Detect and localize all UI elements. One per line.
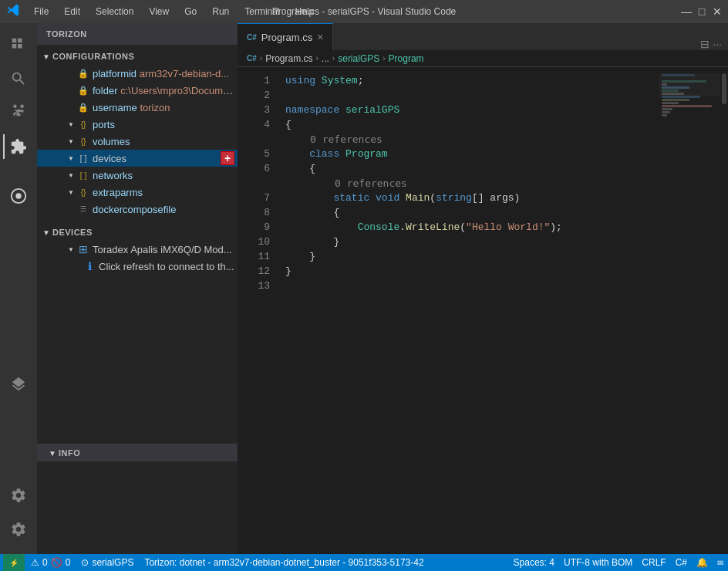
code-line-5: 0 references class Program [285, 132, 649, 161]
torizon-header: TORIZON [37, 23, 238, 45]
activity-torizon[interactable] [3, 181, 34, 211]
more-actions-button[interactable]: ··· [713, 38, 722, 50]
status-notifications[interactable]: 🔔 [692, 554, 713, 571]
tab-cs-icon: C# [247, 33, 257, 42]
main-layout: TORIZON ▼ CONFIGURATIONS 🔒 platformid ar… [0, 23, 728, 554]
volumes-icon: {} [77, 135, 89, 147]
menu-edit[interactable]: Edit [58, 5, 86, 19]
tree-item-ports[interactable]: ▼ {} ports [37, 116, 238, 133]
networks-icon: [ ] [77, 169, 89, 181]
devices-section-header[interactable]: ▼ DEVICES [37, 224, 238, 241]
status-git[interactable]: ⊙ serialGPS [76, 554, 138, 571]
status-torizon[interactable]: Torizon: dotnet - arm32v7-debian-dotnet_… [140, 554, 428, 571]
tree-item-dockercomposefile[interactable]: ☰ dockercomposefile [37, 201, 238, 218]
tree-item-folder[interactable]: 🔒 folder c:\Users\mpro3\Docume... [37, 82, 238, 99]
platformid-chevron [65, 67, 77, 79]
spaces-text: Spaces: 4 [514, 557, 554, 568]
configurations-section: ▼ CONFIGURATIONS 🔒 platformid arm32v7-de… [37, 45, 238, 218]
status-bar: ⚡ ⚠ 0 🚫 0 ⊙ serialGPS Torizon: dotnet - … [0, 554, 728, 571]
breadcrumb-namespace[interactable]: serialGPS [338, 53, 379, 64]
ports-chevron: ▼ [65, 118, 77, 130]
dockercomposefile-icon: ☰ [77, 203, 89, 215]
git-icon: ⊙ [81, 557, 89, 568]
status-eol[interactable]: CRLF [637, 554, 670, 571]
scrollbar-track[interactable] [720, 67, 728, 554]
info-section: ▼ INFO [37, 444, 238, 554]
breadcrumb-filename[interactable]: Program.cs [265, 53, 312, 64]
status-spaces[interactable]: Spaces: 4 [509, 554, 559, 571]
breadcrumb-dots: ... [322, 53, 329, 64]
info-content [37, 461, 238, 554]
status-encoding[interactable]: UTF-8 with BOM [559, 554, 637, 571]
device-refresh-item[interactable]: ℹ Click refresh to connect to th... [37, 258, 238, 275]
ports-label: ports [93, 119, 234, 130]
devices-section-chevron: ▼ [40, 226, 52, 238]
status-errors[interactable]: ⚠ 0 🚫 0 [26, 554, 75, 571]
networks-chevron: ▼ [65, 169, 77, 181]
tab-program-cs[interactable]: C# Program.cs × [238, 23, 333, 50]
device-item-toradex[interactable]: ▼ ⊞ Toradex Apalis iMX6Q/D Mod... [37, 241, 238, 258]
info-header[interactable]: ▼ INFO [37, 444, 238, 461]
encoding-text: UTF-8 with BOM [564, 557, 632, 568]
bell-icon: 🔔 [696, 557, 708, 568]
activity-source-control[interactable] [3, 97, 34, 128]
activity-search[interactable] [3, 63, 34, 94]
activity-extensions[interactable] [3, 131, 34, 162]
activity-debug[interactable] [3, 480, 34, 511]
configurations-chevron: ▼ [40, 50, 52, 63]
activity-explorer[interactable] [3, 29, 34, 60]
settings-icon[interactable] [3, 514, 34, 545]
code-line-9: Console.WriteLine("Hello World!"); [285, 220, 649, 235]
empty-space [37, 275, 238, 444]
breadcrumb-class[interactable]: Program [389, 53, 424, 64]
dockercomposefile-chevron [65, 203, 77, 215]
git-branch: serialGPS [92, 557, 133, 568]
activity-layers[interactable] [3, 369, 34, 400]
torizon-status-text: Torizon: dotnet - arm32v7-debian-dotnet_… [144, 557, 423, 568]
status-feedback[interactable]: ✉ [713, 554, 728, 571]
status-remote[interactable]: ⚡ [3, 554, 25, 571]
device-refresh-icon: ℹ [83, 260, 96, 272]
devices-label: devices [93, 153, 217, 164]
code-line-8: { [285, 205, 649, 220]
code-line-2 [285, 88, 649, 103]
activity-bar-bottom [3, 369, 34, 554]
menu-run[interactable]: Run [206, 5, 235, 19]
info-chevron: ▼ [46, 447, 59, 459]
code-line-7: 0 references static void Main(string[] a… [285, 176, 649, 205]
maximize-button[interactable]: □ [697, 7, 706, 16]
tree-item-username[interactable]: 🔒 username torizon [37, 99, 238, 116]
menu-selection[interactable]: Selection [89, 5, 140, 19]
error-count: 0 [42, 557, 48, 568]
tree-item-platformid[interactable]: 🔒 platformid arm32v7-debian-d... [37, 65, 238, 82]
feedback-icon: ✉ [717, 559, 723, 567]
code-line-1: using System; [285, 73, 649, 88]
tree-item-volumes[interactable]: ▼ {} volumes [37, 133, 238, 150]
devices-icon: [ ] [77, 152, 89, 164]
menu-go[interactable]: Go [178, 5, 203, 19]
tree-item-extraparms[interactable]: ▼ {} extraparms [37, 184, 238, 201]
breadcrumb: C# › Program.cs › ... › serialGPS › Prog… [238, 50, 728, 67]
tree-item-networks[interactable]: ▼ [ ] networks [37, 167, 238, 184]
breadcrumb-cs-icon: C# [247, 54, 257, 63]
split-editor-button[interactable]: ⊟ [700, 38, 709, 50]
close-button[interactable]: ✕ [713, 7, 722, 16]
tab-close-button[interactable]: × [317, 31, 323, 43]
folder-icon: 🔒 [77, 84, 89, 96]
status-language[interactable]: C# [671, 554, 692, 571]
minimize-button[interactable]: — [682, 7, 691, 16]
ports-icon: {} [77, 118, 89, 130]
code-content[interactable]: using System; namespace serialGPS { 0 re… [276, 67, 659, 554]
configurations-header[interactable]: ▼ CONFIGURATIONS [37, 48, 238, 65]
menu-view[interactable]: View [143, 5, 175, 19]
breadcrumb-sep4: › [383, 54, 385, 63]
platformid-label: platformid arm32v7-debian-d... [93, 68, 234, 79]
status-right: Spaces: 4 UTF-8 with BOM CRLF C# 🔔 ✉ [509, 554, 728, 571]
tree-item-devices[interactable]: ▼ [ ] devices + [37, 150, 238, 167]
code-line-6: { [285, 161, 649, 176]
error-icon: ⚠ [31, 557, 39, 568]
menu-file[interactable]: File [28, 5, 55, 19]
breadcrumb-sep3: › [332, 54, 335, 63]
scrollbar-thumb[interactable] [722, 73, 726, 104]
devices-add-button[interactable]: + [221, 151, 234, 165]
